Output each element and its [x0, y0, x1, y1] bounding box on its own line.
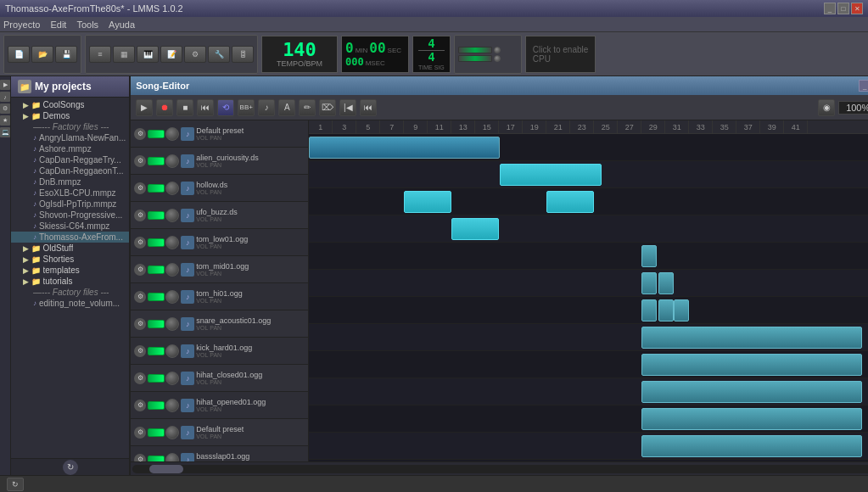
- tree-item[interactable]: ▶ 📁OldStuff: [11, 243, 129, 254]
- track-led-1[interactable]: [148, 157, 165, 165]
- track-instrument-icon-2[interactable]: ♪: [181, 182, 194, 195]
- pattern-block[interactable]: [641, 381, 862, 403]
- pattern-block[interactable]: [641, 272, 657, 294]
- open-project-button[interactable]: 📂: [31, 46, 53, 63]
- play-button[interactable]: ▶: [136, 99, 153, 116]
- tree-item[interactable]: ♪Thomasso-AxeFrom...: [11, 232, 129, 243]
- menu-edit[interactable]: Edit: [50, 20, 66, 30]
- pattern-block[interactable]: [641, 408, 862, 430]
- draw-mode-button[interactable]: ✏: [299, 99, 316, 116]
- track-gear-6[interactable]: ⚙: [134, 291, 146, 303]
- pattern-block[interactable]: [451, 218, 499, 240]
- controller-button[interactable]: 🎛: [232, 46, 254, 63]
- track-led-6[interactable]: [148, 293, 165, 301]
- track-led-2[interactable]: [148, 184, 165, 193]
- add-bb-track-button[interactable]: BB+: [238, 99, 255, 116]
- pattern-row[interactable]: [309, 405, 868, 433]
- menu-proyecto[interactable]: Proyecto: [3, 20, 40, 30]
- timeline-button[interactable]: |◀: [339, 99, 356, 116]
- tree-item[interactable]: —--- Factory files ---: [11, 287, 129, 298]
- status-btn-1[interactable]: ↻: [7, 478, 24, 491]
- track-gear-5[interactable]: ⚙: [134, 264, 146, 276]
- pattern-row[interactable]: [309, 351, 868, 378]
- track-gear-7[interactable]: ⚙: [134, 318, 146, 330]
- track-vol-knob-1[interactable]: [165, 154, 179, 168]
- pattern-block[interactable]: [658, 272, 674, 294]
- tree-item[interactable]: ♪OgIsdl-PpTrip.mmpz: [11, 198, 129, 210]
- track-led-3[interactable]: [148, 211, 165, 220]
- track-led-12[interactable]: [148, 456, 165, 462]
- pattern-row[interactable]: [309, 297, 868, 324]
- pattern-row[interactable]: [309, 270, 868, 297]
- fx-mixer-button[interactable]: ⚙: [184, 46, 206, 63]
- rewind-button[interactable]: ⏮: [197, 99, 214, 116]
- track-instrument-icon-8[interactable]: ♪: [181, 344, 194, 358]
- track-vol-knob-10[interactable]: [165, 399, 179, 412]
- tree-item[interactable]: ♪AngryLlama-NewFan...: [11, 132, 129, 143]
- tree-item[interactable]: ▶ 📁tutorials: [11, 276, 129, 287]
- track-led-0[interactable]: [148, 130, 165, 138]
- track-instrument-icon-9[interactable]: ♪: [181, 372, 194, 385]
- tree-item[interactable]: ♪DnB.mmpz: [11, 176, 129, 187]
- refresh-button[interactable]: ↻: [63, 460, 78, 475]
- pattern-block[interactable]: [641, 245, 657, 267]
- scroll-thumb[interactable]: [149, 465, 183, 473]
- tree-item[interactable]: ♪editing_note_volum...: [11, 298, 129, 309]
- save-project-button[interactable]: 💾: [55, 46, 77, 63]
- pattern-block[interactable]: [309, 137, 500, 159]
- sidebar-icon-4[interactable]: ★: [0, 115, 10, 126]
- track-led-10[interactable]: [148, 401, 165, 410]
- menu-ayuda[interactable]: Ayuda: [109, 20, 135, 30]
- track-led-4[interactable]: [148, 238, 165, 247]
- tree-item[interactable]: ♪CapDan-ReggaeonT...: [11, 165, 129, 176]
- tree-item[interactable]: —--- Factory files ---: [11, 121, 129, 132]
- track-vol-knob-7[interactable]: [165, 317, 179, 331]
- sidebar-icon-3[interactable]: ⚙: [0, 103, 10, 114]
- toggle-display-button[interactable]: ◉: [818, 99, 835, 116]
- erase-mode-button[interactable]: ⌦: [319, 99, 336, 116]
- tree-item[interactable]: ▶ 📁templates: [11, 265, 129, 276]
- pattern-row[interactable]: [309, 378, 868, 405]
- tree-item[interactable]: ♪Ashore.mmpz: [11, 143, 129, 154]
- tree-item[interactable]: ♪Shovon-Progressive...: [11, 210, 129, 221]
- pattern-block[interactable]: [404, 191, 451, 213]
- toggle-timecode-button[interactable]: ⏮: [360, 99, 377, 116]
- track-instrument-icon-4[interactable]: ♪: [181, 236, 194, 249]
- pattern-row[interactable]: [309, 433, 868, 460]
- track-vol-knob-4[interactable]: [165, 236, 179, 249]
- track-gear-10[interactable]: ⚙: [134, 400, 146, 411]
- track-instrument-icon-3[interactable]: ♪: [181, 209, 194, 222]
- track-instrument-icon-1[interactable]: ♪: [181, 154, 194, 168]
- track-gear-3[interactable]: ⚙: [134, 210, 146, 221]
- track-instrument-icon-11[interactable]: ♪: [181, 426, 194, 439]
- track-led-9[interactable]: [148, 374, 165, 383]
- sidebar-icon-5[interactable]: 💻: [0, 127, 10, 137]
- pattern-block[interactable]: [641, 354, 862, 376]
- add-automation-button[interactable]: A: [278, 99, 295, 116]
- pattern-row[interactable]: [309, 134, 868, 161]
- sidebar-icon-1[interactable]: ▶: [0, 80, 10, 90]
- pattern-row[interactable]: [309, 215, 868, 243]
- track-vol-knob-12[interactable]: [165, 453, 179, 462]
- tree-item[interactable]: ▶ 📁Shorties: [11, 254, 129, 265]
- track-vol-knob-0[interactable]: [165, 127, 179, 141]
- track-gear-1[interactable]: ⚙: [134, 155, 146, 167]
- project-notes-button[interactable]: 📝: [160, 46, 182, 63]
- track-gear-0[interactable]: ⚙: [134, 128, 146, 140]
- track-vol-knob-9[interactable]: [165, 372, 179, 385]
- song-editor-minimize[interactable]: _: [859, 80, 868, 92]
- track-instrument-icon-12[interactable]: ♪: [181, 453, 194, 462]
- pattern-block[interactable]: [500, 164, 602, 186]
- track-instrument-icon-10[interactable]: ♪: [181, 399, 194, 412]
- track-vol-knob-8[interactable]: [165, 344, 179, 358]
- track-vol-knob-2[interactable]: [165, 182, 179, 195]
- pattern-block[interactable]: [674, 299, 689, 321]
- pattern-block[interactable]: [641, 299, 657, 321]
- record-button[interactable]: ⏺: [156, 99, 173, 116]
- close-button[interactable]: ✕: [851, 3, 863, 14]
- pattern-block[interactable]: [658, 299, 674, 321]
- pattern-row[interactable]: [309, 188, 868, 215]
- track-led-11[interactable]: [148, 428, 165, 437]
- song-editor-button[interactable]: ≡: [89, 46, 111, 63]
- pattern-area[interactable]: 1357911131517192123252729313335373941: [309, 120, 868, 461]
